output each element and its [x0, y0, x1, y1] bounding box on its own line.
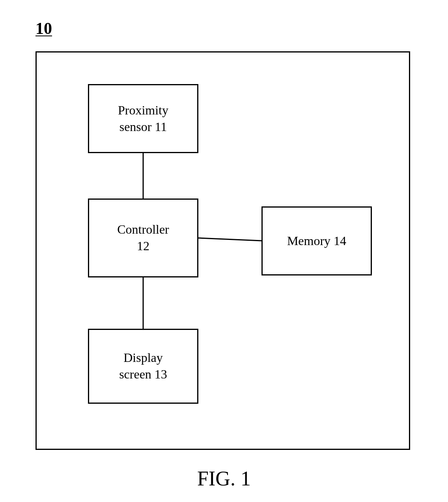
controller-label: Controller 12	[117, 221, 169, 254]
memory-label: Memory 14	[287, 233, 346, 249]
inner-diagram: Proximity sensor 11 Controller 12 Memory…	[37, 52, 409, 449]
fig-label: FIG. 1	[197, 467, 251, 490]
page: 10 Proximity se	[0, 0, 448, 502]
display-screen-box: Display screen 13	[88, 329, 198, 404]
svg-line-2	[198, 238, 261, 241]
proximity-sensor-label: Proximity sensor 11	[118, 102, 168, 135]
memory-box: Memory 14	[261, 206, 372, 275]
controller-box: Controller 12	[88, 199, 198, 277]
display-screen-label: Display screen 13	[119, 350, 167, 382]
outer-box: Proximity sensor 11 Controller 12 Memory…	[35, 51, 410, 450]
diagram-id-label: 10	[35, 19, 52, 38]
proximity-sensor-box: Proximity sensor 11	[88, 84, 198, 153]
